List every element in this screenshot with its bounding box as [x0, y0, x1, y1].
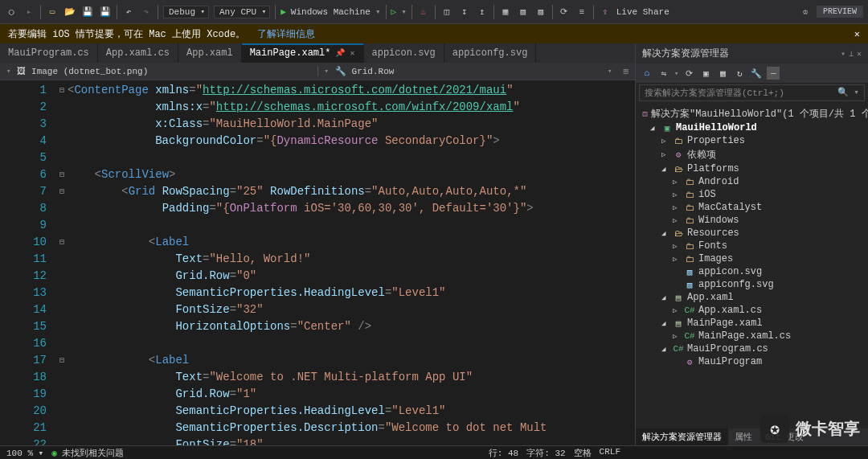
close-icon[interactable]: ✕	[857, 49, 862, 59]
dropdown-icon[interactable]: ▾	[841, 49, 845, 59]
tree-item[interactable]: ▷🗀Android	[636, 175, 868, 188]
document-tab[interactable]: MauiProgram.cs	[0, 43, 98, 63]
new-icon[interactable]: ▭	[46, 6, 59, 18]
tree-item[interactable]: ◢▣MauiHelloWorld	[636, 121, 868, 134]
solution-search[interactable]: 搜索解决方案资源管理器(Ctrl+;) 🔍 ▾	[639, 84, 865, 101]
props-icon[interactable]: 🔧	[750, 67, 763, 80]
sync-icon[interactable]: ⟳	[682, 67, 695, 80]
expand-icon[interactable]: ▷	[673, 332, 681, 341]
document-tab[interactable]: appiconfg.svg	[444, 43, 537, 63]
hotreload-icon[interactable]: ♨	[417, 6, 430, 18]
toolbox-icon[interactable]: ◫	[440, 6, 453, 18]
expand-icon[interactable]: ▷	[673, 242, 681, 251]
expand-icon[interactable]: ◢	[661, 165, 669, 174]
expand-icon[interactable]: ▷	[661, 137, 669, 145]
debug-target[interactable]: Windows Machine	[291, 7, 371, 17]
issues-indicator[interactable]: ◉ 未找到相关问题	[51, 447, 124, 459]
redo-icon[interactable]: ↷	[140, 6, 153, 18]
open-icon[interactable]: 📂	[63, 6, 76, 18]
tree-item[interactable]: ▷🗀Fonts	[636, 240, 868, 252]
tree-item[interactable]: ▷🗀Windows	[636, 214, 868, 227]
showall-icon[interactable]: ▦	[716, 67, 729, 80]
nav-fwd-icon[interactable]: ▸	[23, 6, 35, 18]
crumb-right[interactable]: 🔧 Grid.Row	[335, 66, 394, 76]
tree-item[interactable]: ▷🗀Properties	[636, 134, 868, 147]
expand-icon[interactable]: ▷	[673, 216, 681, 225]
tree-item[interactable]: ◢▤App.xaml	[636, 291, 868, 304]
expand-icon[interactable]: ◢	[661, 319, 669, 328]
nav-back-icon[interactable]: ◯	[5, 6, 18, 18]
config-select[interactable]: Debug	[163, 6, 209, 18]
platform-select[interactable]: Any CPU	[214, 6, 270, 18]
tree-item[interactable]: ⧈解决方案"MauiHelloWorld"(1 个项目/共 1 个)	[636, 106, 868, 121]
notification-close-icon[interactable]: ✕	[854, 28, 860, 40]
win1-icon[interactable]: ▦	[499, 6, 512, 18]
step-icon[interactable]: ↧	[458, 6, 471, 18]
tab-close-icon[interactable]: ✕	[350, 48, 354, 58]
expand-icon[interactable]: ◢	[661, 293, 669, 302]
solution-bottom-tab[interactable]: Git 更改	[759, 428, 810, 445]
document-tab[interactable]: App.xaml.cs	[98, 43, 178, 63]
tree-item[interactable]: ▷🗀iOS	[636, 188, 868, 201]
expand-icon[interactable]: ◢	[661, 345, 669, 354]
solution-tree[interactable]: ⧈解决方案"MauiHelloWorld"(1 个项目/共 1 个)◢▣Maui…	[636, 103, 868, 428]
admin-icon[interactable]: ♔	[799, 6, 812, 18]
tree-item[interactable]: ◢🗁Platforms	[636, 162, 868, 175]
tree-item[interactable]: ▷🗀Images	[636, 252, 868, 265]
expand-icon[interactable]: ▷	[673, 191, 681, 199]
switch-icon[interactable]: ⇋	[657, 67, 670, 80]
crumb-dropdown-icon[interactable]: ▾	[608, 67, 612, 76]
tree-item[interactable]: ▨appiconfg.svg	[636, 278, 868, 291]
tree-item[interactable]: ▷C#App.xaml.cs	[636, 304, 868, 317]
tree-item[interactable]: ◢🗁Resources	[636, 227, 868, 240]
zoom-level[interactable]: 100 % ▾	[6, 448, 43, 458]
status-crlf[interactable]: CRLF	[600, 447, 620, 459]
tree-item[interactable]: ⚙MauiProgram	[636, 355, 868, 368]
win3-icon[interactable]: ▨	[534, 6, 547, 18]
tree-item[interactable]: ▨appicon.svg	[636, 265, 868, 278]
document-tab[interactable]: appicon.svg	[364, 43, 444, 63]
win2-icon[interactable]: ▧	[517, 6, 530, 18]
expand-icon[interactable]: ▷	[673, 203, 681, 212]
saveall-icon[interactable]: 💾	[99, 6, 112, 18]
split-editor-icon[interactable]: ⊞	[623, 66, 628, 76]
code-editor[interactable]: 12345678910111213141516171819202122 ⊟⊟⊟⊟…	[0, 80, 635, 445]
liveshare-icon[interactable]: ⇪	[599, 6, 612, 18]
save-icon[interactable]: 💾	[81, 6, 94, 18]
play-icon[interactable]: ▶	[280, 6, 286, 17]
collapse-icon[interactable]: ▣	[699, 67, 712, 80]
home-icon[interactable]: ⌂	[641, 67, 653, 80]
pin-icon[interactable]: ⊥	[849, 49, 854, 59]
tree-item[interactable]: ◢▤MainPage.xaml	[636, 317, 868, 330]
undo-icon[interactable]: ↶	[122, 6, 135, 18]
status-chars[interactable]: 字符: 32	[526, 447, 565, 459]
expand-icon[interactable]: ◢	[661, 229, 669, 238]
expand-icon[interactable]: ▷	[673, 306, 681, 315]
tree-item[interactable]: ▷🗀MacCatalyst	[636, 201, 868, 214]
document-tab[interactable]: MainPage.xaml* 📌 ✕	[242, 43, 364, 63]
notification-link[interactable]: 了解详细信息	[257, 29, 315, 40]
document-tab[interactable]: App.xaml	[178, 43, 242, 63]
preview-icon[interactable]: —	[767, 67, 780, 80]
tree-item[interactable]: ▷C#MainPage.xaml.cs	[636, 330, 868, 342]
status-line[interactable]: 行: 48	[489, 447, 518, 459]
solution-bottom-tab[interactable]: 解决方案资源管理器	[636, 428, 728, 445]
tree-item[interactable]: ◢C#MauiProgram.cs	[636, 342, 868, 355]
status-spaces[interactable]: 空格	[574, 447, 592, 459]
play-nodbg-icon[interactable]: ▷	[391, 6, 397, 17]
tree-item[interactable]: ▷⚙依赖项	[636, 147, 868, 162]
expand-icon[interactable]: ▷	[673, 178, 681, 186]
tree-label: MauiHelloWorld	[676, 122, 757, 133]
expand-icon[interactable]: ▷	[673, 255, 681, 264]
step2-icon[interactable]: ↥	[476, 6, 489, 18]
crumb-left[interactable]: 🖼 Image (dotnet_bot.png)	[17, 66, 148, 76]
refresh-icon[interactable]: ↻	[733, 67, 746, 80]
preview-button[interactable]: PREVIEW	[817, 6, 863, 18]
pin-icon[interactable]: 📌	[335, 48, 345, 58]
expand-icon[interactable]: ◢	[650, 124, 658, 133]
loop-icon[interactable]: ⟳	[558, 6, 571, 18]
solution-bottom-tab[interactable]: 属性	[728, 428, 759, 445]
list-icon[interactable]: ≡	[575, 6, 588, 18]
liveshare-label[interactable]: Live Share	[616, 7, 669, 17]
expand-icon[interactable]: ▷	[661, 150, 669, 159]
